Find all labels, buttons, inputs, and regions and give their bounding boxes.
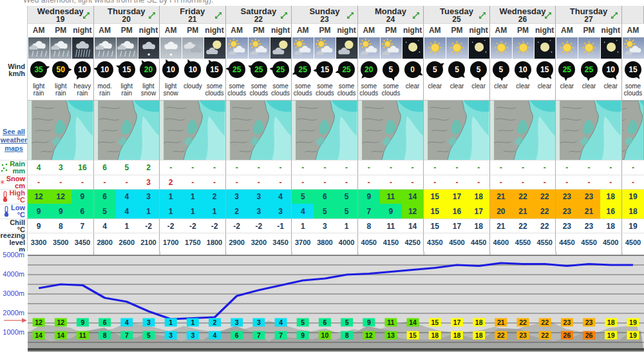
sidebar-spacer: [0, 24, 28, 37]
weather-map-image: [622, 101, 643, 160]
chill-cell: 1: [116, 219, 138, 233]
rain-cell: -: [248, 160, 270, 175]
high-temp-cell: 23: [578, 189, 600, 204]
day-header[interactable]: Friday21: [160, 6, 226, 24]
high-row-label: High°C: [0, 189, 28, 204]
expand-icon[interactable]: [346, 12, 354, 19]
day-header[interactable]: Wednesday26: [490, 6, 556, 24]
weather-map-image: [556, 101, 621, 160]
chill-cell: 18: [600, 219, 622, 233]
wind-badge: 10: [184, 61, 201, 78]
weather-map-image: [28, 101, 93, 160]
period-label: AM: [28, 24, 50, 37]
wind-cell: 15: [204, 59, 225, 81]
snow-cell: -: [446, 175, 468, 189]
day-header[interactable]: [622, 6, 644, 24]
freezing-level-cell: 4450: [468, 233, 490, 251]
high-temp-cell: 14: [402, 189, 424, 204]
snow-cell: -: [248, 175, 270, 189]
expand-icon[interactable]: [544, 12, 552, 19]
high-temp-cell: 11: [380, 189, 402, 204]
wind-badge: 25: [272, 61, 289, 78]
svg-text:7: 7: [257, 331, 261, 339]
rain-cell: -: [226, 160, 248, 175]
day-header[interactable]: Thursday27: [556, 6, 622, 24]
weather-map[interactable]: [160, 100, 226, 160]
wind-badge: 15: [118, 61, 135, 78]
rain-icon: [50, 37, 71, 59]
period-label: AM: [292, 24, 314, 37]
period-label: PM: [182, 24, 204, 37]
weather-map[interactable]: [424, 100, 490, 160]
svg-text:18: 18: [431, 331, 439, 339]
weather-map[interactable]: [28, 100, 94, 160]
freezing-level-cell: 3500: [50, 233, 71, 251]
period-label: PM: [116, 24, 138, 37]
weather-map[interactable]: [94, 100, 160, 160]
chill-cell: -2: [226, 219, 248, 233]
freezing-level-cell: 4550: [534, 233, 556, 251]
expand-icon[interactable]: [214, 12, 222, 19]
expand-icon[interactable]: [412, 12, 420, 19]
svg-text:5: 5: [147, 331, 151, 339]
high-temp-cell: 3: [226, 189, 248, 204]
wind-cell: 10: [600, 59, 622, 81]
day-header[interactable]: Wednesday19: [28, 6, 94, 24]
high-temp-cell: 22: [534, 189, 556, 204]
moon-clouds-icon: [270, 37, 291, 59]
day-header[interactable]: Saturday22: [226, 6, 292, 24]
expand-icon[interactable]: [611, 12, 618, 19]
see-all-weather-maps-link[interactable]: See all weather maps: [0, 128, 28, 153]
wind-badge: 10: [162, 61, 179, 78]
chill-cell: -2: [138, 219, 160, 233]
wind-badge: 25: [581, 61, 598, 78]
chill-cell: 23: [556, 219, 578, 233]
expand-icon[interactable]: [148, 12, 156, 19]
high-temp-cell: 5: [292, 189, 314, 204]
expand-icon[interactable]: [280, 12, 288, 19]
rain-cell: -: [512, 160, 534, 175]
expand-icon[interactable]: [82, 12, 90, 19]
weather-map[interactable]: [226, 100, 292, 160]
period-label: AM: [226, 24, 248, 37]
low-row-label: Low°C: [0, 204, 28, 219]
period-label: PM: [248, 24, 270, 37]
svg-text:22: 22: [541, 331, 549, 339]
condition-text: some clouds: [336, 81, 357, 100]
high-temp-cell: 17: [446, 189, 468, 204]
weather-map[interactable]: [358, 100, 424, 160]
low-temp-cell: 3: [248, 204, 270, 219]
wind-cell: 10: [512, 59, 534, 81]
weather-map[interactable]: [622, 100, 644, 160]
weather-map[interactable]: [490, 100, 556, 160]
rain-row-label: Rainmm: [0, 160, 28, 175]
day-header[interactable]: Sunday23: [292, 6, 358, 24]
freezing-level-cell: 4550: [578, 233, 600, 251]
svg-text:23: 23: [564, 318, 571, 326]
period-label: night: [468, 24, 490, 37]
snow-cell: -: [424, 175, 446, 189]
condition-text: mod. rain: [94, 81, 116, 100]
chart-y-axis-label: 2000m: [0, 309, 24, 317]
svg-text:4: 4: [125, 318, 129, 326]
rain-cell: -: [182, 160, 204, 175]
svg-text:14: 14: [35, 331, 43, 339]
wind-badge: 5: [448, 61, 465, 78]
svg-text:18: 18: [607, 318, 615, 326]
wind-cell: 10: [160, 59, 182, 81]
svg-text:9: 9: [80, 318, 84, 326]
high-temp-cell: 2: [204, 189, 225, 204]
sun-clouds-icon: [359, 37, 380, 59]
day-header[interactable]: Thursday20: [94, 6, 160, 24]
expand-icon[interactable]: [478, 12, 486, 19]
wind-cell: 20: [358, 59, 380, 81]
weather-map[interactable]: [556, 100, 622, 160]
low-temp-cell: 4: [292, 204, 314, 219]
weather-map[interactable]: [292, 100, 358, 160]
sun-icon: [556, 37, 578, 59]
day-header[interactable]: Monday24: [358, 6, 424, 24]
period-label: night: [402, 24, 424, 37]
period-label: PM: [446, 24, 468, 37]
rain-cell: -: [160, 160, 182, 175]
day-header[interactable]: Tuesday25: [424, 6, 490, 24]
